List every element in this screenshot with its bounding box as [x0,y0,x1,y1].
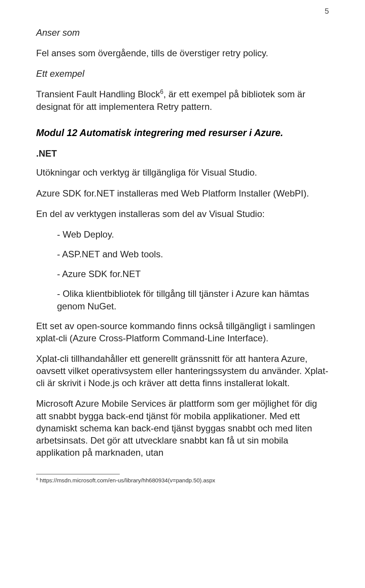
heading-modul-12: Modul 12 Automatisk integrering med resu… [36,127,329,139]
list-item: - Web Deploy. [57,228,329,241]
tool-list: - Web Deploy. - ASP.NET and Web tools. -… [36,228,329,312]
label-anser-som: Anser som [36,27,329,39]
paragraph-xplat-detail: Xplat-cli tillhandahåller ett generellt … [36,353,329,389]
subheading-net: .NET [36,147,329,160]
page-number: 5 [325,7,329,16]
list-item: - ASP.NET and Web tools. [57,248,329,260]
transient-pre: Transient Fault Handling Block [36,89,160,99]
footnote-separator [36,474,120,474]
footnote-6: 6 https://msdn.microsoft.com/en-us/libra… [36,477,329,484]
list-item: - Olika klientbibliotek för tillgång til… [57,288,329,312]
footnote-ref-6: 6 [160,89,163,95]
paragraph-mobile-services: Microsoft Azure Mobile Services är platt… [36,398,329,459]
footnote-text: https://msdn.microsoft.com/en-us/library… [38,477,215,483]
list-item: - Azure SDK for.NET [57,268,329,280]
paragraph-endel: En del av verktygen installeras som del … [36,208,329,220]
page-container: 5 Anser som Fel anses som övergående, ti… [0,0,365,588]
paragraph-fel: Fel anses som övergående, tills de övers… [36,47,329,59]
paragraph-utokningar: Utökningar och verktyg är tillgängliga f… [36,166,329,179]
paragraph-sdk: Azure SDK for.NET installeras med Web Pl… [36,187,329,200]
label-ett-exempel: Ett exempel [36,68,329,80]
paragraph-xplat-intro: Ett set av open-source kommando finns oc… [36,320,329,344]
paragraph-transient: Transient Fault Handling Block6, är ett … [36,88,329,113]
